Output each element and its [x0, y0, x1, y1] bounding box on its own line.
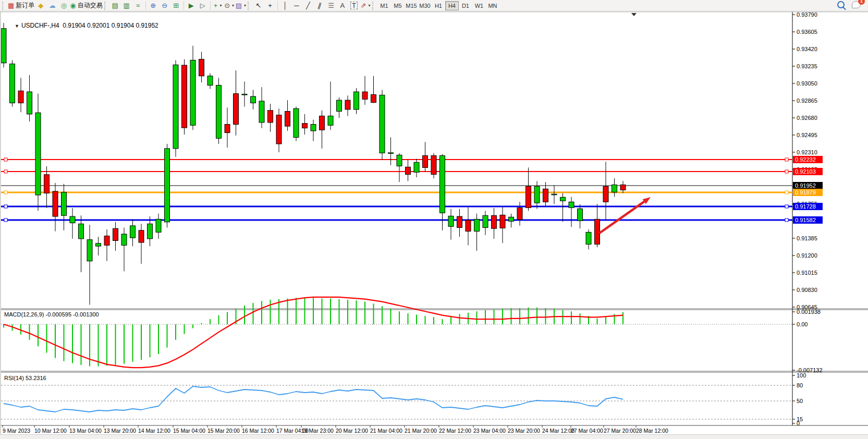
- time-axis-label[interactable]: 22 Mar 12:00: [439, 428, 471, 434]
- time-axis-label[interactable]: 21 Mar 04:00: [370, 428, 402, 434]
- line-handle[interactable]: [4, 170, 7, 173]
- periods-button[interactable]: ⊙▾: [224, 1, 235, 11]
- fibonacci-icon: ☰: [328, 2, 334, 9]
- line-handle[interactable]: [785, 191, 788, 194]
- arrows-button[interactable]: ⇗▾: [360, 1, 371, 11]
- candle: [578, 209, 583, 221]
- time-axis-label[interactable]: 28 Mar 12:00: [636, 428, 668, 434]
- text-label-button[interactable]: T: [348, 1, 360, 11]
- timeframe-m15-button[interactable]: M15: [405, 1, 418, 10]
- zoom-out-icon: ⊖: [162, 2, 167, 9]
- time-axis-label[interactable]: 19 Mar 23:00: [301, 428, 334, 434]
- cursor-button[interactable]: ↖: [253, 1, 264, 11]
- line-handle[interactable]: [785, 170, 788, 173]
- candle: [526, 186, 531, 208]
- market-watch-button[interactable]: ◆: [35, 1, 46, 11]
- chart-canvas[interactable]: 0.937900.936050.934200.932350.930500.928…: [0, 0, 868, 439]
- line-handle[interactable]: [785, 205, 788, 208]
- time-axis-label[interactable]: 9 Mar 2023: [3, 428, 30, 434]
- line-chart-button[interactable]: ≈: [132, 1, 144, 11]
- time-axis-label[interactable]: 27 Mar 20:00: [604, 428, 636, 434]
- templates-button[interactable]: ▨▾: [235, 1, 247, 11]
- axis-tick-label: 0.93420: [797, 46, 817, 52]
- timeframe-h4-button[interactable]: H4: [445, 1, 459, 10]
- line-handle[interactable]: [4, 191, 7, 194]
- line-handle[interactable]: [4, 158, 7, 161]
- equidistant-channel-button[interactable]: ∥: [314, 1, 325, 11]
- crosshair-button[interactable]: +: [264, 1, 276, 11]
- zoom-out-button[interactable]: ⊖: [159, 1, 170, 11]
- toolbar-separator: [210, 1, 211, 10]
- zoom-in-icon: ⊕: [150, 2, 156, 9]
- candle: [121, 234, 127, 245]
- time-axis-label[interactable]: 24 Mar 12:00: [542, 428, 574, 434]
- horizontal-line-button[interactable]: ─: [291, 1, 302, 11]
- candle: [234, 94, 239, 125]
- time-axis-label[interactable]: 14 Mar 12:00: [138, 428, 170, 434]
- candle: [27, 92, 32, 114]
- candle: [320, 116, 325, 130]
- text-button[interactable]: A: [337, 1, 348, 11]
- chat-notifications-button[interactable]: 1: [852, 1, 861, 10]
- axis-tick-label: 0.91015: [797, 270, 817, 276]
- candle: [96, 243, 101, 246]
- signals-button[interactable]: ◎: [58, 1, 69, 11]
- candle: [251, 96, 256, 103]
- auto-trading-button[interactable]: ◉自动交易: [69, 1, 103, 11]
- indicators-button[interactable]: +▾: [212, 1, 224, 11]
- window-frame-edge: [0, 11, 1, 434]
- arrows-icon: ⇗: [360, 2, 366, 9]
- time-axis-label[interactable]: 20 Mar 12:00: [336, 428, 368, 434]
- vertical-line-icon: │: [283, 2, 287, 9]
- data-window-button[interactable]: ☁: [46, 1, 58, 11]
- zoom-in-button[interactable]: ⊕: [148, 1, 159, 11]
- toolbar-separator: [277, 1, 278, 10]
- price-axis-badge-value: 0.91879: [795, 189, 816, 196]
- timeframe-d1-button[interactable]: D1: [459, 1, 472, 10]
- axis-tick-label: 100: [797, 372, 806, 379]
- candle: [148, 224, 153, 239]
- tile-windows-button[interactable]: ⊞: [170, 1, 182, 11]
- chart-ohlc-readout: 0.91904 0.92001 0.91904 0.91952: [63, 22, 158, 29]
- time-axis-label[interactable]: 13 Mar 20:00: [104, 428, 136, 434]
- time-axis-label[interactable]: 23 Mar 04:00: [473, 428, 506, 434]
- timeframe-m1-button[interactable]: M1: [377, 1, 391, 10]
- time-axis-label[interactable]: 16 Mar 12:00: [242, 428, 274, 434]
- timeframe-mn-button[interactable]: MN: [486, 1, 499, 10]
- fibonacci-button[interactable]: ☰: [325, 1, 337, 11]
- time-axis-label[interactable]: 15 Mar 20:00: [207, 428, 240, 434]
- time-axis-label[interactable]: 10 Mar 12:00: [34, 428, 67, 434]
- text-label-icon: T: [350, 2, 358, 9]
- chart-shift-button[interactable]: ▷: [197, 1, 209, 11]
- line-handle[interactable]: [4, 218, 7, 222]
- bar-chart-button[interactable]: ▤: [109, 1, 121, 11]
- timeframe-h1-button[interactable]: H1: [432, 1, 445, 10]
- timeframe-m5-button[interactable]: M5: [391, 1, 405, 10]
- candle: [104, 236, 109, 246]
- line-handle[interactable]: [785, 218, 788, 222]
- time-axis-label[interactable]: 13 Mar 04:00: [69, 428, 102, 434]
- trendline-button[interactable]: ╱: [302, 1, 314, 11]
- chevron-down-icon: ▾: [219, 3, 222, 8]
- chevron-down-icon[interactable]: ▼: [15, 23, 19, 29]
- line-handle[interactable]: [785, 158, 788, 161]
- price-axis-badge-value: 0.91582: [795, 217, 816, 223]
- candle: [534, 186, 540, 203]
- search-button[interactable]: [837, 1, 845, 10]
- candle: [44, 175, 50, 193]
- auto-scroll-button[interactable]: ▶: [186, 1, 197, 11]
- timeframe-m30-button[interactable]: M30: [418, 1, 432, 10]
- candle: [509, 217, 514, 221]
- line-handle[interactable]: [4, 205, 7, 208]
- candle: [474, 219, 480, 231]
- time-axis-label[interactable]: 27 Mar 04:00: [571, 428, 603, 434]
- new-order-button[interactable]: ▦新订单: [7, 1, 35, 11]
- vertical-line-button[interactable]: │: [279, 1, 291, 11]
- time-axis-label[interactable]: 15 Mar 04:00: [173, 428, 205, 434]
- candle: [448, 216, 454, 226]
- time-axis-label[interactable]: 21 Mar 20:00: [405, 428, 437, 434]
- candlestick-chart-button[interactable]: ▥: [121, 1, 132, 11]
- time-axis-label[interactable]: 23 Mar 20:00: [508, 428, 540, 434]
- timeframe-w1-button[interactable]: W1: [472, 1, 486, 10]
- candle: [276, 115, 282, 144]
